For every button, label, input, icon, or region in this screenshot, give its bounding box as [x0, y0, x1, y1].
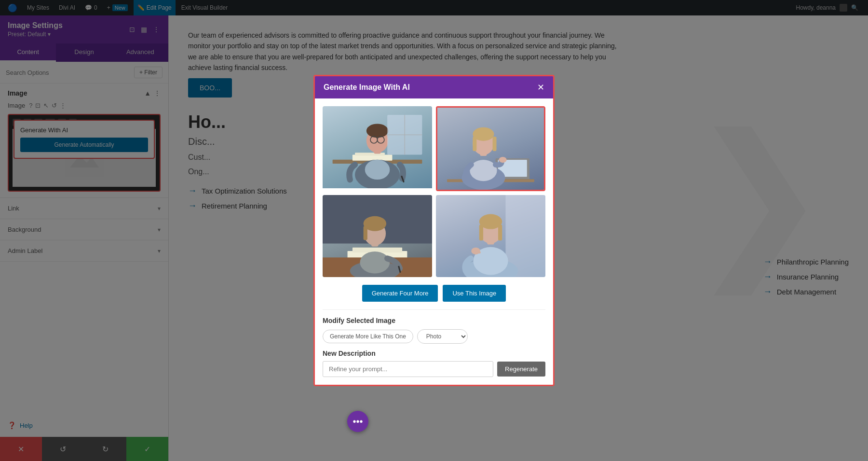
- svg-rect-27: [493, 137, 497, 151]
- modal-overlay: Generate Image With AI ✕: [0, 0, 868, 461]
- svg-rect-26: [473, 137, 476, 151]
- new-description-label: New Description: [323, 349, 545, 357]
- modify-section-title: Modify Selected Image: [323, 317, 545, 324]
- modify-section: Modify Selected Image Generate More Like…: [323, 309, 545, 377]
- ai-image-cell-1[interactable]: [323, 106, 432, 191]
- svg-point-28: [499, 157, 507, 163]
- new-description-input[interactable]: [323, 361, 493, 377]
- modal-action-buttons: Generate Four More Use This Image: [323, 285, 545, 302]
- generate-four-more-button[interactable]: Generate Four More: [362, 285, 438, 302]
- svg-rect-46: [479, 224, 483, 240]
- svg-point-9: [366, 124, 388, 138]
- fab-dots-icon: •••: [353, 416, 363, 427]
- generate-more-like-this-button[interactable]: Generate More Like This One: [323, 330, 413, 343]
- floating-action-button[interactable]: •••: [347, 411, 368, 432]
- svg-point-22: [470, 160, 497, 181]
- generate-image-modal: Generate Image With AI ✕: [313, 75, 555, 386]
- use-this-image-button[interactable]: Use This Image: [443, 285, 506, 302]
- svg-point-34: [360, 251, 390, 273]
- modify-options-row: Generate More Like This One Photo Illust…: [323, 329, 545, 344]
- svg-rect-38: [364, 226, 367, 240]
- svg-rect-47: [498, 224, 502, 240]
- new-description-row: Regenerate: [323, 361, 545, 377]
- photo-style-select[interactable]: Photo Illustration Painting Sketch: [417, 329, 468, 344]
- ai-image-grid: [323, 106, 545, 277]
- modal-body: Generate Four More Use This Image Modify…: [315, 98, 553, 385]
- ai-image-cell-4[interactable]: [436, 195, 545, 277]
- modal-close-button[interactable]: ✕: [537, 83, 544, 92]
- regenerate-button[interactable]: Regenerate: [497, 362, 545, 377]
- modal-header: Generate Image With AI ✕: [315, 76, 553, 98]
- modal-title: Generate Image With AI: [324, 83, 410, 92]
- ai-image-cell-3[interactable]: [323, 195, 432, 277]
- ai-image-cell-2[interactable]: [436, 106, 545, 191]
- svg-point-6: [365, 160, 390, 180]
